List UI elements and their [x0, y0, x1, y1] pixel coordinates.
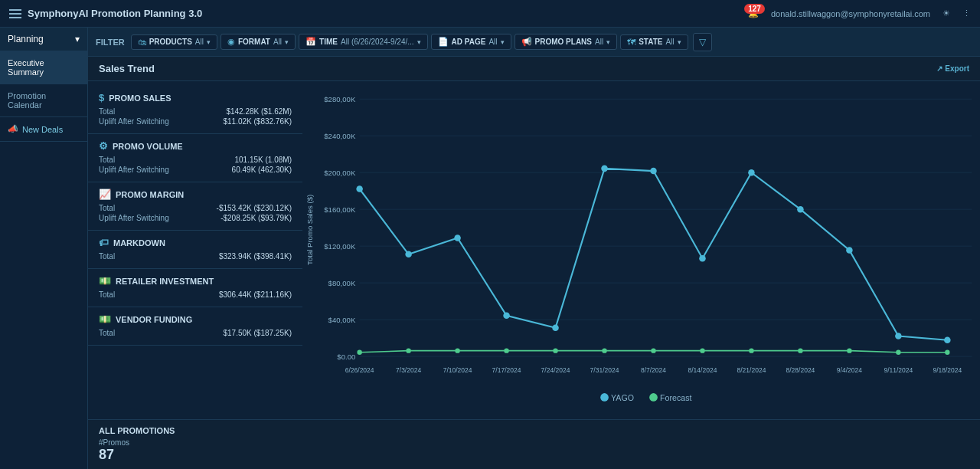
vendor-icon: 💵 [99, 313, 111, 325]
metric-markdown: 🏷 MARKDOWN Total $323.94K ($398.41K) [88, 231, 302, 269]
filter-funnel-button[interactable]: ▽ [693, 33, 712, 51]
metric-retailer-investment: 💵 RETAILER INVESTMENT Total $306.44K ($2… [88, 269, 302, 307]
sales-trend-container: Sales Trend ↗ Export $ PROMO SALES [88, 57, 980, 469]
promo-volume-total-row: Total 101.15K (1.08M) [99, 156, 292, 164]
svg-point-58 [945, 350, 949, 355]
promo-volume-title: ⚙ PROMO VOLUME [99, 140, 292, 152]
svg-text:8/14/2024: 8/14/2024 [688, 366, 717, 374]
topbar: SymphonyAI Promotion Planning 3.0 🔔 127 … [0, 0, 980, 28]
svg-point-50 [553, 348, 557, 353]
svg-text:$160,00K: $160,00K [324, 205, 356, 214]
svg-text:$200,00K: $200,00K [324, 169, 356, 177]
dollar-icon: $ [99, 92, 104, 103]
sidebar-item-new-deals[interactable]: 📣 New Deals [0, 117, 87, 142]
svg-text:8/28/2024: 8/28/2024 [786, 366, 815, 374]
planning-arrow: ▾ [75, 34, 80, 44]
svg-point-43 [846, 247, 853, 254]
promo-sales-title: $ PROMO SALES [99, 92, 292, 103]
sidebar: Planning ▾ Executive Summary Promotion C… [0, 28, 88, 469]
svg-point-38 [601, 166, 608, 172]
settings-icon[interactable]: ☀ [942, 8, 950, 18]
svg-point-54 [749, 348, 753, 353]
promo-plans-icon: 📢 [521, 37, 532, 47]
metric-vendor-funding: 💵 VENDOR FUNDING Total $17.50K ($187.25K… [88, 307, 302, 346]
state-icon: 🗺 [627, 38, 635, 47]
app-title: SymphonyAI Promotion Planning 3.0 [28, 8, 202, 19]
volume-icon: ⚙ [99, 140, 108, 152]
svg-point-61 [649, 393, 658, 402]
svg-text:6/26/2024: 6/26/2024 [345, 366, 374, 374]
markdown-total-row: Total $323.94K ($398.41K) [99, 252, 292, 261]
time-icon: 📅 [305, 37, 316, 47]
sales-trend-header: Sales Trend ↗ Export [88, 57, 980, 81]
svg-text:9/4/2024: 9/4/2024 [837, 366, 862, 374]
filter-ad-page[interactable]: 📄 AD PAGE All ▾ [431, 34, 511, 50]
svg-rect-1 [9, 13, 21, 15]
svg-point-52 [651, 348, 655, 353]
svg-rect-2 [9, 17, 21, 18]
products-arrow: ▾ [207, 38, 211, 46]
planning-label: Planning [8, 34, 44, 44]
state-arrow: ▾ [678, 38, 681, 46]
tag-icon: 🏷 [99, 237, 109, 248]
svg-point-40 [699, 255, 706, 262]
filter-promo-plans[interactable]: 📢 PROMO PLANS All ▾ [514, 34, 618, 50]
filter-products[interactable]: 🛍 PRODUCTS All ▾ [131, 34, 217, 50]
export-button[interactable]: ↗ Export [936, 64, 969, 73]
svg-text:7/31/2024: 7/31/2024 [590, 366, 619, 374]
all-promotions-section: ALL PROMOTIONS #Promos 87 [88, 419, 980, 469]
svg-text:$240,00K: $240,00K [324, 132, 356, 140]
filter-state[interactable]: 🗺 STATE All ▾ [620, 34, 688, 50]
notification-bell[interactable]: 🔔 127 [748, 8, 759, 18]
sidebar-item-promotion-calendar[interactable]: Promotion Calendar [0, 84, 87, 117]
filter-time[interactable]: 📅 TIME All (6/26/2024-9/24/... ▾ [299, 34, 428, 50]
metric-promo-sales: $ PROMO SALES Total $142.28K ($1.62M) Up… [88, 86, 302, 134]
retailer-investment-title: 💵 RETAILER INVESTMENT [99, 275, 292, 287]
svg-text:$0.00: $0.00 [337, 353, 355, 361]
menu-icon[interactable] [9, 8, 21, 20]
promo-margin-title: 📈 PROMO MARGIN [99, 189, 292, 200]
more-icon[interactable]: ⋮ [962, 8, 971, 18]
svg-text:9/11/2024: 9/11/2024 [884, 366, 913, 374]
format-arrow: ▾ [285, 38, 289, 46]
svg-text:7/10/2024: 7/10/2024 [443, 366, 472, 374]
time-arrow: ▾ [417, 38, 421, 46]
filter-format[interactable]: ◉ FORMAT All ▾ [220, 34, 296, 50]
metric-promo-volume: ⚙ PROMO VOLUME Total 101.15K (1.08M) Upl… [88, 134, 302, 182]
markdown-title: 🏷 MARKDOWN [99, 237, 292, 248]
svg-text:$40,00K: $40,00K [328, 316, 356, 324]
megaphone-icon: 📣 [8, 124, 18, 134]
planning-dropdown[interactable]: Planning ▾ [0, 28, 87, 51]
export-icon: ↗ [936, 64, 942, 73]
products-icon: 🛍 [138, 38, 146, 47]
svg-point-44 [895, 333, 902, 339]
svg-point-51 [602, 348, 606, 353]
svg-text:7/3/2024: 7/3/2024 [396, 366, 421, 374]
svg-point-35 [454, 235, 461, 241]
ad-page-icon: 📄 [438, 37, 449, 47]
chart-panel: $280,00K $240,00K $200,00K $160,00K $120… [302, 81, 980, 419]
margin-icon: 📈 [99, 189, 111, 200]
sidebar-item-executive-summary[interactable]: Executive Summary [0, 51, 87, 84]
promo-plans-arrow: ▾ [606, 38, 610, 46]
svg-point-59 [600, 393, 609, 402]
svg-text:9/18/2024: 9/18/2024 [933, 366, 962, 374]
sales-trend-title: Sales Trend [99, 63, 155, 74]
promo-margin-uplift-row: Uplift After Switching -$208.25K ($93.79… [99, 214, 292, 222]
promo-sales-uplift-row: Uplift After Switching $11.02K ($832.76K… [99, 117, 292, 126]
user-email: donald.stillwaggon@symphonyretailai.com [771, 9, 930, 18]
promos-count: 87 [99, 447, 969, 463]
sales-trend-body: $ PROMO SALES Total $142.28K ($1.62M) Up… [88, 81, 980, 419]
promos-label: #Promos [99, 438, 969, 447]
promo-margin-total-row: Total -$153.42K ($230.12K) [99, 204, 292, 212]
svg-point-39 [650, 168, 657, 175]
svg-text:8/7/2024: 8/7/2024 [641, 366, 666, 374]
notification-badge: 127 [744, 4, 765, 14]
svg-point-45 [944, 337, 951, 344]
metric-promo-margin: 📈 PROMO MARGIN Total -$153.42K ($230.12K… [88, 182, 302, 231]
retailer-icon: 💵 [99, 275, 111, 287]
svg-point-53 [700, 348, 704, 353]
svg-point-57 [896, 350, 900, 355]
retailer-investment-total-row: Total $306.44K ($211.16K) [99, 290, 292, 299]
svg-point-36 [503, 313, 510, 320]
